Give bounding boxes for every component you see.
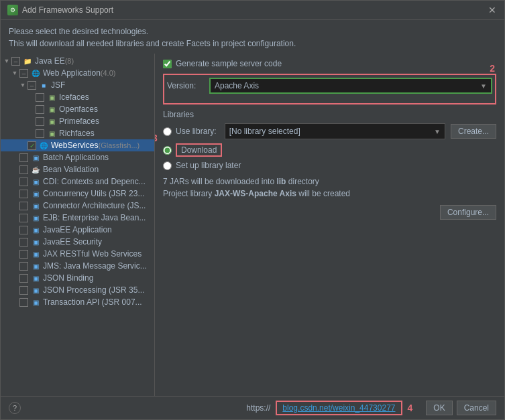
ok-button[interactable]: OK — [426, 401, 452, 415]
tree-label-richfaces: Richfaces — [59, 129, 95, 138]
version-label: Version: — [167, 81, 204, 90]
dialog-title: Add Frameworks Support — [22, 5, 113, 15]
tree-item-javaee-app[interactable]: ▶ ▣ JavaEE Application — [1, 224, 154, 236]
checkbox-ejb[interactable] — [19, 214, 28, 222]
configure-button[interactable]: Configure... — [440, 205, 496, 220]
generate-sample-label: Generate sample server code — [176, 59, 282, 68]
checkbox-primefaces[interactable] — [36, 117, 44, 126]
checkbox-javaee-app[interactable] — [19, 226, 28, 234]
tree-label-connector: Connector Architecture (JS... — [43, 201, 146, 210]
tree-item-javaee-security[interactable]: ▶ ▣ JavaEE Security — [1, 236, 154, 248]
setup-later-radio[interactable] — [163, 161, 172, 170]
setup-later-label: Set up library later — [176, 161, 241, 170]
download-row: Download — [163, 143, 496, 157]
cancel-button[interactable]: Cancel — [457, 401, 496, 415]
tree-item-jsf[interactable]: ▼ – ■ JSF — [1, 79, 154, 91]
help-button[interactable]: ? — [9, 402, 21, 414]
tree-label-javaee-security: JavaEE Security — [43, 237, 102, 247]
tree-item-web-application[interactable]: ▼ – 🌐 Web Application (4.0) — [1, 67, 154, 79]
tree-label-web-app: Web Application — [43, 68, 101, 78]
version-row: Version: Apache Axis ▼ — [167, 78, 492, 94]
checkbox-jax-restful[interactable] — [19, 250, 28, 259]
tree-item-json-processing[interactable]: ▶ ▣ JSON Processing (JSR 35... — [1, 284, 154, 296]
tree-label-cdi: CDI: Contexts and Depenc... — [43, 177, 146, 186]
checkbox-connector[interactable] — [19, 202, 28, 210]
info-bold2: JAX-WS-Apache Axis — [215, 189, 296, 198]
checkbox-webservices[interactable]: ✓ — [27, 141, 36, 150]
checkbox-openfaces[interactable] — [36, 105, 44, 114]
use-library-label: Use library: — [176, 127, 217, 136]
version-dropdown[interactable]: Apache Axis ▼ — [209, 78, 492, 94]
url-link[interactable]: blog.csdn.net/weixin_44730277 — [282, 403, 395, 413]
tree-label-transaction-api: Transaction API (JSR 007... — [43, 297, 142, 307]
checkbox-javaee-security[interactable] — [19, 238, 28, 247]
checkbox-jms[interactable] — [19, 262, 28, 271]
tree-item-bean-validation[interactable]: ▶ ☕ Bean Validation — [1, 163, 154, 176]
checkbox-bean-validation[interactable] — [19, 165, 28, 174]
tree-item-openfaces[interactable]: ▶ ▣ Openfaces — [1, 103, 154, 115]
connector-icon: ▣ — [30, 201, 41, 210]
info-line2: directory — [288, 177, 319, 186]
url-box: blog.csdn.net/weixin_44730277 — [276, 401, 402, 415]
footer: ? https:// blog.csdn.net/weixin_44730277… — [1, 396, 504, 419]
tree-label-webservices: WebServices — [51, 141, 98, 150]
framework-tree: ▼ – 📁 Java EE (8) ▼ – 🌐 Web Application … — [1, 54, 155, 396]
checkbox-web-app[interactable]: – — [19, 69, 28, 78]
tree-item-connector[interactable]: ▶ ▣ Connector Architecture (JS... — [1, 200, 154, 212]
library-dropdown-arrow-icon: ▼ — [434, 128, 441, 135]
tree-item-webservices[interactable]: ▶ ✓ 🌐 WebServices (Glassfish...) — [1, 139, 154, 151]
checkbox-json-binding[interactable] — [19, 274, 28, 283]
checkbox-concurrency[interactable] — [19, 190, 28, 198]
create-button[interactable]: Create... — [451, 124, 496, 139]
download-radio[interactable] — [163, 146, 172, 155]
libraries-section: Libraries Use library: [No library selec… — [163, 110, 496, 170]
use-library-radio[interactable] — [163, 127, 172, 136]
tree-item-java-ee[interactable]: ▼ – 📁 Java EE (8) — [1, 55, 154, 67]
annotation-3: 3 — [155, 133, 158, 143]
checkbox-icefaces[interactable] — [36, 93, 44, 102]
generate-sample-checkbox[interactable] — [163, 60, 172, 68]
tree-item-concurrency[interactable]: ▶ ▣ Concurrency Utils (JSR 23... — [1, 188, 154, 200]
annotation-4: 4 — [408, 403, 413, 413]
tree-item-primefaces[interactable]: ▶ ▣ Primefaces — [1, 115, 154, 127]
jms-icon: ▣ — [30, 261, 41, 271]
tree-item-cdi[interactable]: ▶ ▣ CDI: Contexts and Depenc... — [1, 176, 154, 188]
info-line3: Project library — [163, 189, 215, 198]
tree-item-transaction-api[interactable]: ▶ ▣ Transaction API (JSR 007... — [1, 296, 154, 308]
title-bar: ⚙ Add Frameworks Support ✕ — [1, 1, 504, 20]
checkbox-cdi[interactable] — [19, 178, 28, 186]
tree-item-batch[interactable]: ▶ ▣ Batch Applications — [1, 151, 154, 163]
checkbox-batch[interactable] — [19, 153, 28, 162]
ejb-icon: ▣ — [30, 213, 41, 222]
tree-label-json-processing: JSON Processing (JSR 35... — [43, 285, 144, 295]
checkbox-transaction-api[interactable] — [19, 298, 28, 307]
javaee-app-icon: ▣ — [30, 225, 41, 234]
checkbox-jsf[interactable]: – — [27, 81, 36, 90]
version-value: Apache Axis — [215, 81, 259, 90]
close-button[interactable]: ✕ — [487, 5, 498, 15]
json-binding-icon: ▣ — [30, 273, 41, 283]
description-line2: This will download all needed libraries … — [9, 38, 496, 50]
jax-restful-icon: ▣ — [30, 249, 41, 259]
javaee-security-icon: ▣ — [30, 237, 41, 247]
tree-item-jax-restful[interactable]: ▶ ▣ JAX RESTful Web Services — [1, 248, 154, 260]
checkbox-json-processing[interactable] — [19, 286, 28, 295]
tree-item-jms[interactable]: ▶ ▣ JMS: Java Message Servic... — [1, 260, 154, 272]
config-panel: Generate sample server code 2 Version: A… — [155, 54, 504, 225]
batch-icon: ▣ — [30, 153, 41, 162]
description-area: Please select the desired technologies. … — [1, 20, 504, 54]
library-dropdown[interactable]: [No library selected] ▼ — [225, 123, 445, 139]
no-library-text: [No library selected] — [229, 127, 300, 136]
dialog-icon: ⚙ — [7, 5, 18, 15]
footer-left: ? — [9, 402, 21, 414]
use-library-row: Use library: [No library selected] ▼ Cre… — [163, 123, 496, 139]
tree-label-ejb: EJB: Enterprise Java Bean... — [43, 213, 146, 222]
tree-item-ejb[interactable]: ▶ ▣ EJB: Enterprise Java Bean... — [1, 212, 154, 224]
tree-item-richfaces[interactable]: ▶ ▣ Richfaces — [1, 127, 154, 139]
tree-item-json-binding[interactable]: ▶ ▣ JSON Binding — [1, 272, 154, 284]
checkbox-java-ee[interactable]: – — [11, 57, 20, 66]
tree-item-icefaces[interactable]: ▶ ▣ Icefaces — [1, 91, 154, 103]
jsf-icon: ■ — [38, 80, 49, 90]
download-label: Download — [176, 143, 222, 157]
checkbox-richfaces[interactable] — [36, 129, 44, 138]
